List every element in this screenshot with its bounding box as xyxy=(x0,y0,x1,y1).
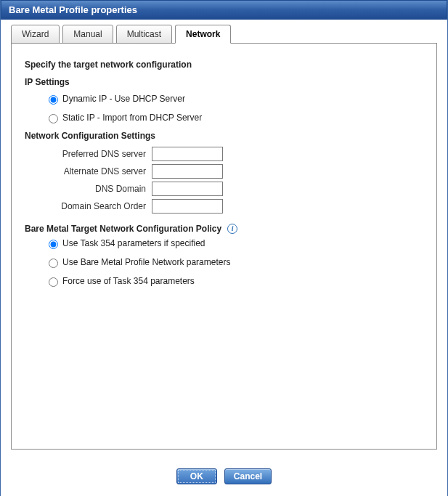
tab-label: Manual xyxy=(73,29,102,39)
row-domain-search-order: Domain Search Order xyxy=(25,199,423,214)
policy-option-task-if-specified[interactable]: Use Task 354 parameters if specified xyxy=(45,237,423,249)
tab-panel-network: Specify the target network configuration… xyxy=(11,43,437,450)
row-preferred-dns: Preferred DNS server xyxy=(25,147,423,161)
tab-manual[interactable]: Manual xyxy=(62,25,113,44)
radio-dynamic-ip[interactable] xyxy=(49,95,58,105)
radio-label: Use Task 354 parameters if specified xyxy=(62,238,205,248)
dialog-title: Bare Metal Profile properties xyxy=(1,0,447,20)
policy-option-force-task[interactable]: Force use of Task 354 parameters xyxy=(45,275,423,287)
radio-label: Use Bare Metal Profile Network parameter… xyxy=(62,257,230,267)
ip-settings-title: IP Settings xyxy=(25,77,423,87)
row-alternate-dns: Alternate DNS server xyxy=(25,164,423,179)
tab-label: Wizard xyxy=(22,29,49,39)
label-dns-domain: DNS Domain xyxy=(25,184,152,194)
section-heading: Specify the target network configuration xyxy=(25,60,423,70)
ok-button[interactable]: OK xyxy=(176,468,217,484)
input-domain-search-order[interactable] xyxy=(152,199,223,214)
dialog: Bare Metal Profile properties Wizard Man… xyxy=(0,0,448,496)
input-alternate-dns[interactable] xyxy=(152,164,223,179)
ip-option-static[interactable]: Static IP - Import from DHCP Server xyxy=(45,112,423,123)
tab-label: Multicast xyxy=(127,29,161,39)
ip-option-dynamic[interactable]: Dynamic IP - Use DHCP Server xyxy=(45,93,423,105)
tab-network[interactable]: Network xyxy=(175,25,231,44)
policy-option-profile-params[interactable]: Use Bare Metal Profile Network parameter… xyxy=(45,256,423,268)
tabs: Wizard Manual Multicast Network xyxy=(1,20,447,43)
input-preferred-dns[interactable] xyxy=(152,147,223,161)
label-domain-search-order: Domain Search Order xyxy=(25,201,152,211)
label-preferred-dns: Preferred DNS server xyxy=(25,149,152,159)
radio-label: Force use of Task 354 parameters xyxy=(62,276,195,286)
label-alternate-dns: Alternate DNS server xyxy=(25,166,152,176)
radio-label: Static IP - Import from DHCP Server xyxy=(62,113,202,123)
radio-policy-force-task[interactable] xyxy=(49,277,58,287)
tab-label: Network xyxy=(186,29,220,39)
policy-header: Bare Metal Target Network Configuration … xyxy=(25,224,423,234)
button-bar: OK Cancel xyxy=(1,460,447,496)
policy-title: Bare Metal Target Network Configuration … xyxy=(25,224,221,234)
input-dns-domain[interactable] xyxy=(152,182,223,196)
tab-multicast[interactable]: Multicast xyxy=(116,25,172,44)
radio-static-ip[interactable] xyxy=(49,114,58,123)
net-cfg-title: Network Configuration Settings xyxy=(25,131,423,141)
info-icon[interactable]: i xyxy=(227,224,237,234)
cancel-button[interactable]: Cancel xyxy=(224,468,272,484)
tab-wizard[interactable]: Wizard xyxy=(11,25,60,44)
row-dns-domain: DNS Domain xyxy=(25,182,423,196)
radio-policy-profile-params[interactable] xyxy=(49,259,58,268)
radio-policy-task-if-specified[interactable] xyxy=(49,240,58,249)
radio-label: Dynamic IP - Use DHCP Server xyxy=(62,94,185,104)
